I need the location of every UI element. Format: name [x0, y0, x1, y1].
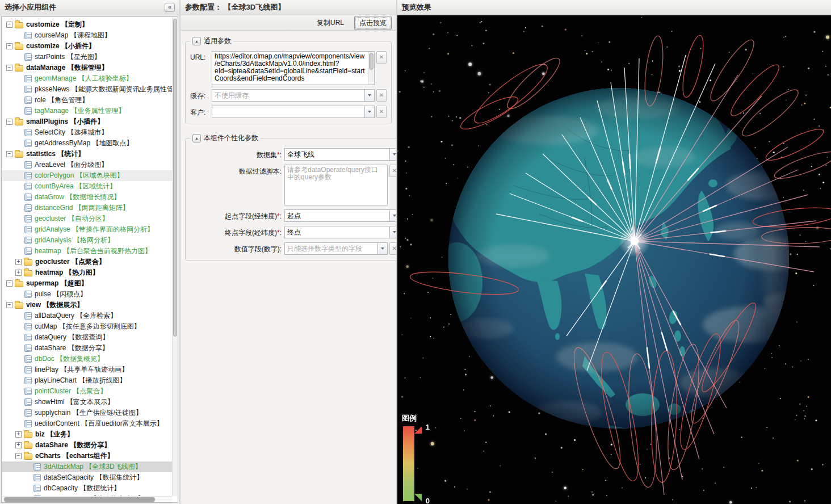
parameter-panel-title: 参数配置： 【全球3D飞线图】 [185, 2, 285, 12]
chevron-down-icon[interactable] [364, 106, 375, 118]
scrollbar-thumb[interactable] [4, 497, 155, 502]
tree-row[interactable]: colorPolygon 【区域色块图】 [2, 170, 172, 181]
cache-select[interactable] [212, 89, 364, 102]
url-textarea[interactable]: https://editor.olmap.cn/mapview/componen… [212, 51, 375, 85]
tree-row[interactable]: −view 【数据展示】 [2, 300, 172, 310]
tree-row[interactable]: showHtml 【富文本展示】 [2, 397, 172, 408]
tree-row[interactable]: −eCharts 【echarts组件】 [2, 451, 172, 461]
tree-row[interactable]: dataGrow 【数据增长情况】 [2, 192, 172, 203]
end-field-label: 终点字段(经纬度)*: [190, 226, 284, 238]
tree-horizontal-scrollbar[interactable] [2, 496, 172, 502]
textarea-scrollbar[interactable] [368, 52, 374, 85]
tree-row[interactable]: AreaLevel 【面分级图】 [2, 159, 172, 170]
tree-row[interactable]: 3dAttackMap 【全球3D飞线图】 [2, 461, 172, 472]
tree-row[interactable]: tagManage 【业务属性管理】 [2, 106, 172, 116]
tree-row[interactable]: starPoints 【星光图】 [2, 52, 172, 62]
tree-row[interactable]: dbDoc 【数据集概览】 [2, 354, 172, 364]
tree-row[interactable]: −customize 【小插件】 [2, 41, 172, 52]
copy-url-button[interactable]: 复制URL [313, 18, 347, 28]
leaf-icon [24, 183, 32, 190]
tree-row[interactable]: courseMap 【课程地图】 [2, 30, 172, 41]
expander-icon[interactable]: + [15, 442, 22, 448]
tree-row[interactable]: distanceGrid 【两两距离矩阵】 [2, 203, 172, 213]
tree-row[interactable]: gridAnalysis 【格网分析】 [2, 235, 172, 246]
expander-icon[interactable]: − [6, 302, 12, 308]
clear-icon[interactable]: ✕ [376, 89, 387, 102]
filter-script-textarea[interactable] [284, 165, 388, 205]
clear-icon[interactable]: ✕ [376, 106, 387, 118]
tree-row[interactable]: −dataManage 【数据管理】 [2, 62, 172, 73]
leaf-icon [24, 247, 32, 255]
tree-row[interactable]: geocluster 【自动分区】 [2, 213, 172, 224]
dataset-select[interactable] [284, 148, 389, 161]
tree-row[interactable]: pulse 【闪硕点】 [2, 289, 172, 300]
tree-row[interactable]: +heatmap 【热力图】 [2, 267, 172, 278]
tree-row[interactable]: dataQuery 【数据查询】 [2, 332, 172, 343]
tree-row[interactable]: allDataQuery 【全库检索】 [2, 310, 172, 321]
expander-icon[interactable]: − [6, 65, 12, 71]
parameter-form: ▲ 通用参数 URL: https://editor.olmap.cn/mapv… [181, 31, 396, 504]
tree-row[interactable]: SelectCity 【选择城市】 [2, 127, 172, 138]
tree-row[interactable]: −customize 【定制】 [2, 19, 172, 30]
scrollbar-thumb[interactable] [369, 53, 373, 70]
tree-row[interactable]: dbCapacity 【数据统计】 [2, 483, 172, 494]
leaf-icon [24, 355, 32, 363]
tree-row[interactable]: −supermap 【超图】 [2, 278, 172, 289]
tree-row-label: geomManage 【人工核验坐标】 [35, 74, 133, 83]
tree-row[interactable]: −smallPlugins 【小插件】 [2, 116, 172, 127]
collapse-section-icon[interactable]: ▲ [192, 134, 201, 142]
collapse-section-icon[interactable]: ▲ [192, 37, 201, 45]
scrollbar-thumb[interactable] [173, 19, 177, 337]
tree-row[interactable]: playLineChart 【播放折线图】 [2, 375, 172, 386]
number-field-select[interactable] [284, 242, 377, 255]
preview-panel-title: 预览效果 [402, 2, 431, 12]
click-preview-button[interactable]: 点击预览 [354, 16, 392, 30]
tree-row[interactable]: gridAnalyse 【带操作界面的格网分析】 [2, 224, 172, 235]
tree-row[interactable]: role 【角色管理】 [2, 95, 172, 106]
tree-row[interactable]: linePlay 【共享单车轨迹动画】 [2, 364, 172, 375]
tree-row[interactable]: −statistics 【统计】 [2, 149, 172, 159]
expander-icon[interactable]: − [6, 43, 12, 49]
expander-icon[interactable]: − [6, 22, 12, 28]
tree-row-label: dataGrow 【数据增长情况】 [35, 192, 120, 202]
tree-row[interactable]: dataSetCapacity 【数据集统计】 [2, 472, 172, 483]
legend-gradient-bar [403, 426, 414, 501]
chevron-down-icon[interactable] [377, 242, 388, 255]
tree-row[interactable]: supplychain 【生产供应链/迁徙图】 [2, 408, 172, 418]
expander-icon[interactable]: + [15, 259, 22, 265]
tree-row-label: smallPlugins 【小插件】 [26, 117, 104, 127]
tree-row[interactable]: +geocluster 【点聚合】 [2, 257, 172, 267]
chevron-down-icon[interactable] [364, 89, 375, 102]
tree-row[interactable]: pointCluster 【点聚合】 [2, 386, 172, 397]
tree-row[interactable]: ueditorContent 【百度ueditor富文本展示】 [2, 418, 172, 429]
tree-row[interactable]: +biz 【业务】 [2, 429, 172, 440]
tree-row[interactable]: geomManage 【人工核验坐标】 [2, 73, 172, 84]
client-row: 客户: ✕ [190, 106, 387, 118]
tree-row-label: getAddressByMap 【地图取点】 [35, 138, 133, 148]
tree-row[interactable]: getAddressByMap 【地图取点】 [2, 138, 172, 149]
expander-icon[interactable]: + [15, 270, 22, 276]
leaf-icon [24, 377, 32, 384]
legend-max-marker-icon [414, 426, 422, 434]
tree-row[interactable]: cutMap 【按任意多边形切割底图】 [2, 321, 172, 332]
end-field-select[interactable] [284, 226, 389, 238]
expander-icon[interactable]: − [6, 280, 12, 287]
collapse-panel-icon[interactable]: « [165, 3, 175, 12]
tree-row[interactable]: dataShare 【数据分享】 [2, 343, 172, 354]
start-field-select[interactable] [284, 209, 389, 222]
expander-icon[interactable]: + [15, 431, 22, 438]
expander-icon[interactable]: − [6, 119, 12, 125]
client-select[interactable] [212, 106, 364, 118]
dataset-row: 数据集*: [190, 148, 400, 161]
tree-row-label: customize 【小插件】 [26, 41, 95, 51]
tree-row[interactable]: +dataShare 【数据分享】 [2, 440, 172, 451]
expander-icon[interactable]: − [15, 453, 22, 459]
tree-row[interactable]: countByArea 【区域统计】 [2, 181, 172, 192]
tree-vertical-scrollbar[interactable] [172, 17, 178, 496]
tree-row[interactable]: pksseNews 【能源大数据新闻资讯业务属性管理】 [2, 84, 172, 95]
tree-row-label: starPoints 【星光图】 [35, 52, 101, 62]
tree-row[interactable]: heatmap 【后台聚合当前视野热力图】 [2, 246, 172, 257]
clear-icon[interactable]: ✕ [376, 51, 387, 64]
tree-row-label: dataManage 【数据管理】 [26, 63, 108, 73]
expander-icon[interactable]: − [6, 151, 12, 157]
